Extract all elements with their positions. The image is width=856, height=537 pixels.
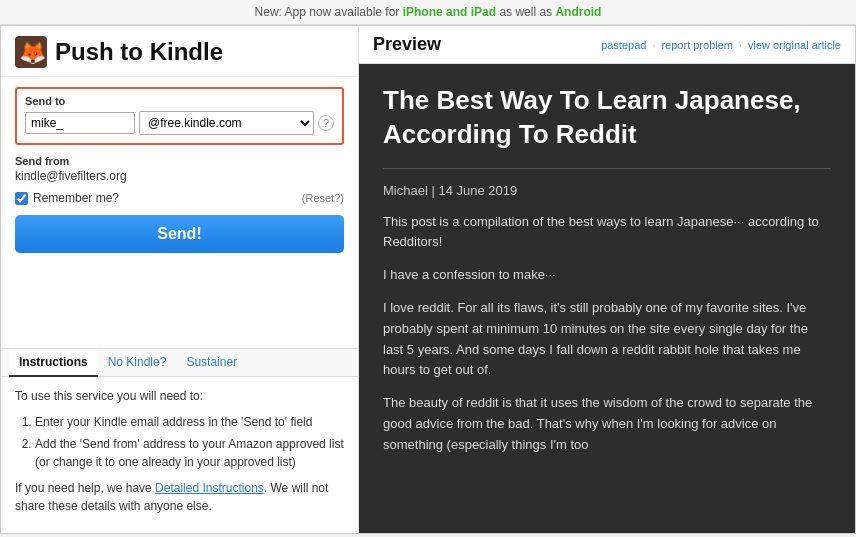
send-from-section: Send from kindle@fivefilters.org bbox=[15, 155, 344, 183]
detailed-instructions-link[interactable]: Detailed Instructions bbox=[155, 481, 264, 495]
remember-label: Remember me? bbox=[33, 191, 119, 205]
send-to-row: @free.kindle.com @kindle.com ? bbox=[25, 111, 334, 135]
remember-checkbox[interactable] bbox=[15, 192, 28, 205]
preview-links: pastepad · report problem · view origina… bbox=[601, 39, 841, 51]
kindle-username-input[interactable] bbox=[25, 112, 135, 134]
remember-left: Remember me? bbox=[15, 191, 119, 205]
help-icon[interactable]: ? bbox=[318, 115, 334, 131]
app-logo: 🦊 bbox=[15, 36, 47, 68]
send-to-label: Send to bbox=[25, 95, 334, 107]
left-panel: 🦊 Push to Kindle Send to @free.kindle.co… bbox=[1, 26, 359, 533]
svg-text:🦊: 🦊 bbox=[19, 39, 47, 66]
ios-link[interactable]: iPhone and iPad bbox=[403, 5, 496, 19]
banner-text: New: App now available for bbox=[255, 5, 403, 19]
remember-row: Remember me? (Reset?) bbox=[15, 191, 344, 205]
view-original-link[interactable]: view original article bbox=[748, 39, 841, 51]
tab-sustainer[interactable]: Sustainer bbox=[176, 349, 247, 377]
preview-header: Preview pastepad · report problem · view… bbox=[359, 26, 855, 64]
article-para-0: This post is a compilation of the best w… bbox=[383, 212, 831, 254]
tab-content-instructions: To use this service you will need to: En… bbox=[1, 377, 358, 533]
footer-text-1: If you need help, we have bbox=[15, 481, 155, 495]
send-from-value: kindle@fivefilters.org bbox=[15, 169, 344, 183]
main-container: 🦊 Push to Kindle Send to @free.kindle.co… bbox=[0, 25, 856, 534]
article-para-1: I have a confession to make··· bbox=[383, 265, 831, 286]
reset-link[interactable]: (Reset?) bbox=[302, 192, 344, 204]
tabs-header: Instructions No Kindle? Sustainer bbox=[1, 349, 358, 377]
tabs-container: Instructions No Kindle? Sustainer To use… bbox=[1, 348, 358, 533]
article-para-3: The beauty of reddit is that it uses the… bbox=[383, 393, 831, 455]
article-para-2: I love reddit. For all its flaws, it's s… bbox=[383, 298, 831, 381]
tab-no-kindle[interactable]: No Kindle? bbox=[98, 349, 177, 377]
article-meta: Michael | 14 June 2019 bbox=[383, 183, 831, 198]
instructions-step-2: Add the 'Send from' address to your Amaz… bbox=[35, 435, 344, 471]
article-body: This post is a compilation of the best w… bbox=[383, 212, 831, 456]
send-to-section: Send to @free.kindle.com @kindle.com ? bbox=[15, 87, 344, 145]
instructions-footer: If you need help, we have Detailed Instr… bbox=[15, 479, 344, 515]
report-problem-link[interactable]: report problem bbox=[661, 39, 733, 51]
article-title: The Best Way To Learn Japanese, Accordin… bbox=[383, 84, 831, 152]
tab-instructions[interactable]: Instructions bbox=[9, 349, 98, 377]
article-divider bbox=[383, 168, 831, 169]
top-banner: New: App now available for iPhone and iP… bbox=[0, 0, 856, 25]
instructions-intro: To use this service you will need to: bbox=[15, 387, 344, 405]
send-button[interactable]: Send! bbox=[15, 215, 344, 253]
preview-title: Preview bbox=[373, 34, 441, 55]
right-panel: Preview pastepad · report problem · view… bbox=[359, 26, 855, 533]
app-title: Push to Kindle bbox=[55, 38, 223, 66]
instructions-step-1: Enter your Kindle email address in the '… bbox=[35, 413, 344, 431]
instructions-steps-list: Enter your Kindle email address in the '… bbox=[15, 413, 344, 471]
app-header: 🦊 Push to Kindle bbox=[1, 26, 358, 77]
pastepad-link[interactable]: pastepad bbox=[601, 39, 646, 51]
banner-middle-text: as well as bbox=[499, 5, 555, 19]
android-link[interactable]: Android bbox=[555, 5, 601, 19]
form-area: Send to @free.kindle.com @kindle.com ? S… bbox=[1, 77, 358, 348]
preview-content[interactable]: The Best Way To Learn Japanese, Accordin… bbox=[359, 64, 855, 533]
kindle-domain-select[interactable]: @free.kindle.com @kindle.com bbox=[139, 111, 314, 135]
send-from-label: Send from bbox=[15, 155, 344, 167]
